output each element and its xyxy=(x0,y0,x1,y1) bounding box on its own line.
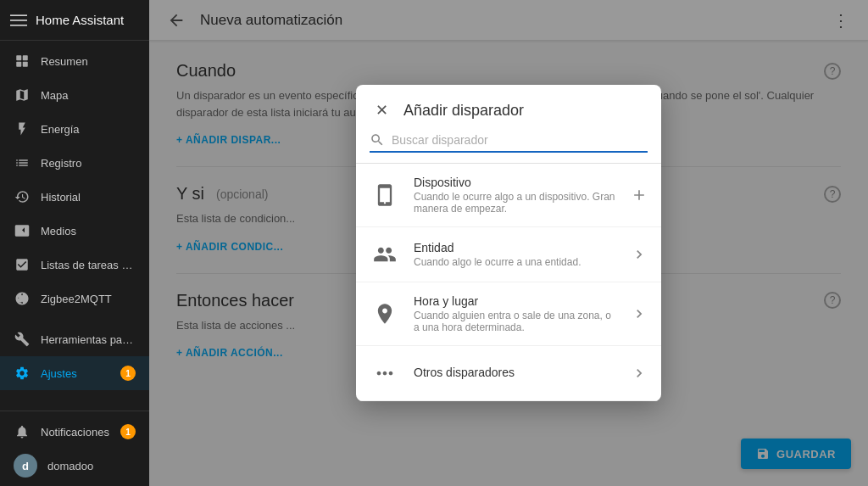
svg-rect-5 xyxy=(16,62,21,67)
add-disparador-dialog: ✕ Añadir disparador xyxy=(356,85,661,401)
ajustes-label: Ajustes xyxy=(41,367,110,380)
tools-label: Herramientas para desarrolladores xyxy=(41,333,136,346)
zigbee-icon xyxy=(14,290,31,307)
dialog-item-list: Dispositivo Cuando le ocurre algo a un d… xyxy=(356,164,661,401)
otros-text: Otros disparadores xyxy=(414,366,617,381)
modal-overlay: ✕ Añadir disparador xyxy=(149,0,868,486)
notif-badge: 1 xyxy=(120,424,136,439)
svg-rect-4 xyxy=(23,55,28,60)
clock-location-icon xyxy=(370,299,400,329)
historial-icon xyxy=(14,188,31,205)
zigbee-label: Zigbee2MQTT xyxy=(41,293,136,305)
svg-rect-6 xyxy=(23,62,28,67)
entidad-chevron-icon xyxy=(631,246,648,263)
app-title: Home Assistant xyxy=(36,13,124,27)
svg-rect-2 xyxy=(10,25,27,26)
dispositivo-text: Dispositivo Cuando le ocurre algo a un d… xyxy=(414,176,617,215)
dialog-item-otros[interactable]: Otros disparadores xyxy=(356,346,661,401)
mapa-label: Mapa xyxy=(41,89,136,102)
svg-rect-0 xyxy=(10,14,27,16)
search-input[interactable] xyxy=(392,133,648,147)
dialog-item-hora-lugar[interactable]: Hora y lugar Cuando alguien entra o sale… xyxy=(356,282,661,346)
search-field xyxy=(370,132,648,153)
avatar: d xyxy=(14,454,37,478)
historial-label: Historial xyxy=(41,191,136,204)
entidad-desc: Cuando algo le ocurre a una entidad. xyxy=(414,256,617,268)
energia-label: Energía xyxy=(41,123,136,136)
notif-icon xyxy=(14,423,31,440)
device-icon xyxy=(370,180,400,210)
notif-label: Notificaciones xyxy=(41,426,110,439)
hora-lugar-chevron-icon xyxy=(631,305,648,322)
registro-icon xyxy=(14,154,31,171)
entidad-text: Entidad Cuando algo le ocurre a una enti… xyxy=(414,241,617,268)
medios-label: Medios xyxy=(41,225,136,237)
sidebar-item-resumen[interactable]: Resumen xyxy=(0,44,149,78)
svg-rect-3 xyxy=(16,55,21,60)
sidebar-header: Home Assistant xyxy=(0,0,149,41)
registro-label: Registro xyxy=(41,157,136,170)
ajustes-icon xyxy=(14,365,31,382)
dialog-search-area xyxy=(356,132,661,164)
tools-icon xyxy=(14,331,31,348)
dialog-header: ✕ Añadir disparador xyxy=(356,85,661,132)
otros-icon xyxy=(370,358,400,388)
dialog-close-button[interactable]: ✕ xyxy=(370,98,393,122)
otros-title: Otros disparadores xyxy=(414,366,617,379)
hora-lugar-text: Hora y lugar Cuando alguien entra o sale… xyxy=(414,294,617,333)
tareas-label: Listas de tareas pendientes xyxy=(41,259,136,271)
sidebar-item-tareas[interactable]: Listas de tareas pendientes xyxy=(0,248,149,282)
entity-icon xyxy=(370,239,400,270)
svg-rect-1 xyxy=(10,20,27,21)
search-icon xyxy=(370,132,385,148)
sidebar-item-ajustes[interactable]: Ajustes 1 xyxy=(0,356,149,390)
tareas-icon xyxy=(14,256,31,273)
user-label: domadoo xyxy=(47,460,136,472)
main-area: Nueva automatización ⋮ Cuando ? Un dispa… xyxy=(149,0,868,486)
sidebar-item-user[interactable]: d domadoo xyxy=(0,449,149,483)
sidebar: Home Assistant Resumen Mapa Energía xyxy=(0,0,149,486)
sidebar-item-tools[interactable]: Herramientas para desarrolladores xyxy=(0,322,149,356)
dispositivo-desc: Cuando le ocurre algo a un dispositivo. … xyxy=(414,191,617,215)
resumen-label: Resumen xyxy=(41,55,136,68)
dispositivo-title: Dispositivo xyxy=(414,176,617,189)
sidebar-item-medios[interactable]: Medios xyxy=(0,214,149,248)
sidebar-item-historial[interactable]: Historial xyxy=(0,180,149,214)
sidebar-item-registro[interactable]: Registro xyxy=(0,146,149,180)
otros-chevron-icon xyxy=(631,365,648,382)
dialog-title: Añadir disparador xyxy=(403,102,524,120)
dialog-item-dispositivo[interactable]: Dispositivo Cuando le ocurre algo a un d… xyxy=(356,164,661,227)
dialog-item-entidad[interactable]: Entidad Cuando algo le ocurre a una enti… xyxy=(356,227,661,282)
sidebar-item-notif[interactable]: Notificaciones 1 xyxy=(0,415,149,449)
mapa-icon xyxy=(14,87,31,103)
sidebar-item-zigbee[interactable]: Zigbee2MQTT xyxy=(0,282,149,316)
sidebar-bottom: Notificaciones 1 d domadoo xyxy=(0,411,149,486)
hora-lugar-desc: Cuando alguien entra o sale de una zona,… xyxy=(414,310,617,333)
menu-icon[interactable] xyxy=(10,12,27,29)
entidad-title: Entidad xyxy=(414,241,617,254)
energia-icon xyxy=(14,120,31,137)
sidebar-nav: Resumen Mapa Energía Registro xyxy=(0,41,149,411)
resumen-icon xyxy=(14,53,31,70)
sidebar-item-mapa[interactable]: Mapa xyxy=(0,78,149,112)
plus-icon xyxy=(631,187,648,204)
ajustes-badge: 1 xyxy=(120,366,136,381)
sidebar-item-energia[interactable]: Energía xyxy=(0,112,149,146)
medios-icon xyxy=(14,222,31,239)
hora-lugar-title: Hora y lugar xyxy=(414,294,617,308)
